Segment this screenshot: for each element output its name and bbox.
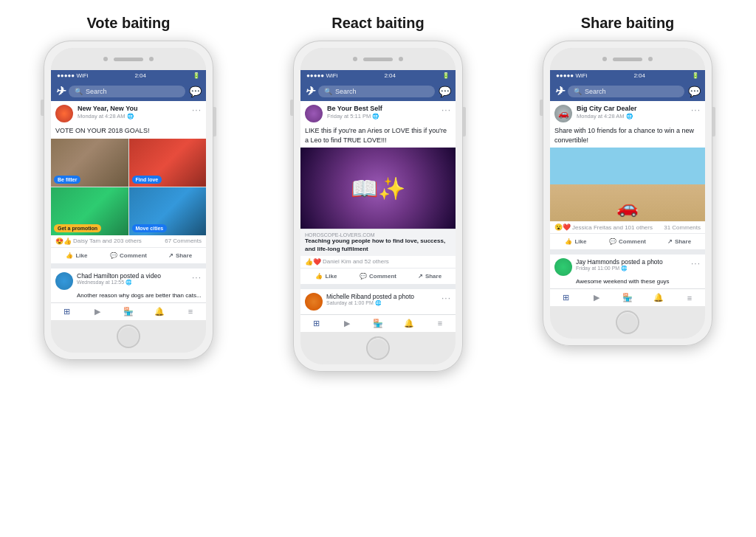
status-time-1: 2:04 [134, 72, 146, 79]
comment-button-1[interactable]: 💬 Comment [103, 249, 154, 262]
status-bar-1: ●●●●● WiFi 2:04 🔋 [51, 70, 206, 81]
fb-logo-1: ✈ [55, 84, 65, 98]
nav-home-2[interactable]: ⊞ [300, 319, 331, 328]
grid-cell-fitness: Be fitter [51, 139, 128, 187]
search-bar-3[interactable]: 🔍 Search [568, 86, 684, 97]
home-button-3[interactable] [616, 311, 639, 334]
post-image-grid-1: Be fitter Find love Get a promotion [51, 139, 206, 235]
search-icon-2: 🔍 [324, 88, 332, 95]
post-more-3[interactable]: ··· [691, 105, 701, 115]
link-domain: HOROSCOPE-LOVERS.COM [305, 232, 451, 238]
img-car: 🚗 [550, 148, 705, 221]
like-button-1[interactable]: 👍 Like [51, 249, 103, 262]
nav-home-1[interactable]: ⊞ [51, 307, 82, 316]
reactions-row-3: 😮❤️ Jessica Freitas and 101 others 31 Co… [550, 221, 705, 234]
horoscope-emoji: 📖✨ [351, 176, 405, 201]
secondary-text-1: Another reason why dogs are better than … [55, 290, 202, 299]
like-button-3[interactable]: 👍 Like [550, 235, 602, 248]
reaction-emojis-1: 😍👍 [55, 238, 72, 245]
nav-video-1[interactable]: ▶ [82, 307, 113, 316]
share-icon-2: ↗ [418, 273, 423, 280]
search-bar-2[interactable]: 🔍 Search [318, 86, 435, 97]
messenger-icon-2[interactable]: 💬 [439, 86, 451, 97]
secondary-post-3: Jay Hammonds posted a photo Friday at 11… [550, 254, 705, 288]
post-time-2: Friday at 5:11 PM 🌐 [327, 113, 437, 119]
label-move-cities[interactable]: Move cities [132, 224, 168, 232]
comment-icon-3: 💬 [609, 238, 616, 245]
phone-top-bar-2 [300, 48, 456, 70]
nav-home-3[interactable]: ⊞ [550, 293, 581, 302]
post-meta-1: New Year, New You Monday at 4:28 AM 🌐 [78, 105, 188, 119]
bottom-nav-1: ⊞ ▶ 🏪 🔔 ≡ [51, 302, 206, 320]
phone-inner-3: ●●●●● WiFi 2:04 🔋 ✈ 🔍 Search 💬 [550, 48, 705, 339]
secondary-author-1: Chad Hamilton posted a video [77, 272, 188, 280]
post-author-1: New Year, New You [78, 105, 188, 113]
secondary-time-2: Saturday at 1:00 PM 🌐 [326, 300, 438, 306]
secondary-post-header-3: Jay Hammonds posted a photo Friday at 11… [554, 258, 701, 276]
share-button-3[interactable]: ↗ Share [653, 235, 705, 248]
car-emoji: 🚗 [616, 197, 639, 218]
share-icon-3: ↗ [667, 238, 673, 245]
comment-button-3[interactable]: 💬 Comment [602, 235, 653, 248]
action-buttons-3: 👍 Like 💬 Comment ↗ Share [550, 234, 705, 250]
avatar-newyear [55, 105, 73, 122]
secondary-more-2[interactable]: ··· [441, 293, 451, 303]
search-bar-1[interactable]: 🔍 Search [69, 86, 185, 97]
post-more-2[interactable]: ··· [441, 105, 451, 115]
vote-baiting-title: Vote baiting [87, 15, 171, 32]
like-icon-2: 👍 [315, 273, 323, 280]
nav-menu-3[interactable]: ≡ [674, 293, 705, 302]
like-button-2[interactable]: 👍 Like [300, 270, 352, 283]
action-buttons-2: 👍 Like 💬 Comment ↗ Share [300, 268, 456, 285]
avatar-bestself [305, 105, 323, 122]
home-button-2[interactable] [366, 336, 390, 360]
phone-shell-3: ●●●●● WiFi 2:04 🔋 ✈ 🔍 Search 💬 [543, 41, 712, 346]
comment-icon-1: 💬 [110, 252, 117, 259]
post-2: Be Your Best Self Friday at 5:11 PM 🌐 ··… [300, 101, 456, 289]
nav-notif-2[interactable]: 🔔 [394, 319, 425, 328]
messenger-icon-1[interactable]: 💬 [189, 86, 202, 97]
grid-cell-money: Get a promotion [51, 187, 128, 235]
nav-menu-2[interactable]: ≡ [425, 319, 456, 328]
secondary-more-1[interactable]: ··· [192, 272, 202, 283]
home-button-1[interactable] [117, 325, 140, 348]
bottom-nav-3: ⊞ ▶ 🏪 🔔 ≡ [550, 288, 705, 306]
label-be-fitter[interactable]: Be fitter [54, 176, 80, 184]
share-button-2[interactable]: ↗ Share [404, 270, 456, 283]
label-promotion[interactable]: Get a promotion [54, 224, 101, 232]
messenger-icon-3[interactable]: 💬 [688, 86, 701, 97]
phone-shell-2: ●●●●● WiFi 2:04 🔋 ✈ 🔍 Search 💬 [293, 41, 463, 372]
phone-top-bar-1 [51, 48, 206, 70]
nav-notif-3[interactable]: 🔔 [643, 293, 674, 302]
camera-dot-5 [602, 57, 607, 61]
avatar-cardealer: 🚗 [554, 105, 572, 122]
reaction-names-1: Daisy Tam and 203 others [73, 238, 142, 244]
camera-dot-4 [399, 57, 403, 61]
nav-video-3[interactable]: ▶ [581, 293, 612, 302]
label-find-love[interactable]: Find love [132, 176, 162, 184]
post-1: New Year, New You Monday at 4:28 AM 🌐 ··… [51, 101, 206, 268]
signal-2: ●●●●● WiFi [306, 72, 337, 79]
comment-button-2[interactable]: 💬 Comment [352, 270, 404, 283]
post-header-2: Be Your Best Self Friday at 5:11 PM 🌐 ··… [300, 101, 456, 126]
reactions-row-2: 👍❤️ Daniel Kim and 52 others [300, 256, 456, 268]
fb-header-1: ✈ 🔍 Search 💬 [51, 81, 206, 101]
secondary-more-3[interactable]: ··· [691, 258, 701, 268]
nav-menu-1[interactable]: ≡ [175, 307, 206, 316]
react-baiting-title: React baiting [331, 15, 425, 32]
nav-marketplace-3[interactable]: 🏪 [612, 293, 643, 302]
share-button-1[interactable]: ↗ Share [154, 249, 206, 262]
phone-screen-1: ●●●●● WiFi 2:04 🔋 ✈ 🔍 Search [51, 70, 206, 320]
comment-count-3: 31 Comments [664, 224, 701, 231]
avatar-jay [554, 258, 572, 276]
nav-marketplace-1[interactable]: 🏪 [113, 307, 144, 316]
nav-video-2[interactable]: ▶ [331, 319, 362, 328]
grid-cell-city: Move cities [129, 187, 207, 235]
nav-marketplace-2[interactable]: 🏪 [362, 319, 394, 328]
status-bar-2: ●●●●● WiFi 2:04 🔋 [300, 70, 456, 81]
status-right-1: 🔋 [193, 72, 200, 79]
nav-notif-1[interactable]: 🔔 [144, 307, 175, 316]
speaker-2 [363, 58, 393, 61]
post-more-1[interactable]: ··· [192, 105, 202, 115]
secondary-meta-2: Michelle Riband posted a photo Saturday … [326, 293, 438, 306]
